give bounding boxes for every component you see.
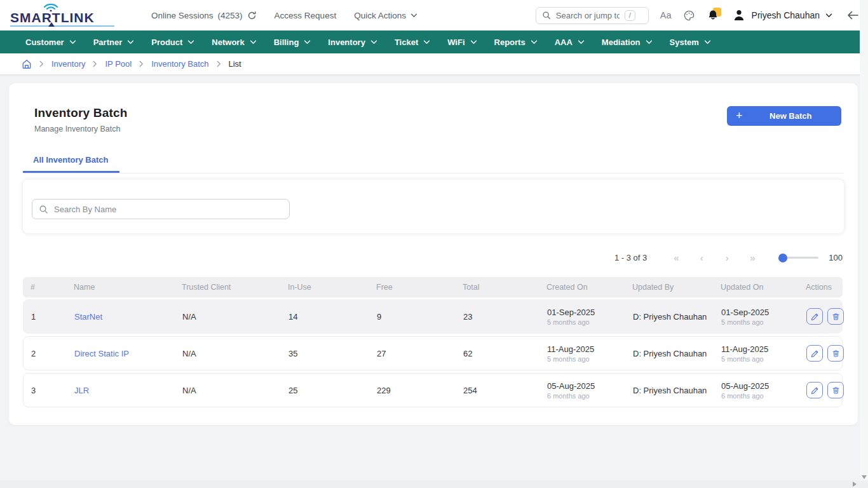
page-size-value: 100 xyxy=(829,253,843,262)
home-icon[interactable] xyxy=(22,59,32,69)
column-header: Updated By xyxy=(625,283,713,292)
nav-item-aaa[interactable]: AAA xyxy=(555,37,585,47)
main-nav: CustomerPartnerProductNetworkBillingInve… xyxy=(0,30,868,53)
chevron-down-icon xyxy=(423,40,430,44)
chevron-down-icon xyxy=(704,40,711,44)
cell-created-on: 11-Aug-20255 months ago xyxy=(539,344,625,363)
user-menu[interactable]: Priyesh Chauhan xyxy=(732,8,832,22)
edit-pencil-icon xyxy=(811,386,819,395)
cell-updated-on: 05-Aug-20256 months ago xyxy=(714,381,799,400)
search-by-name-input[interactable] xyxy=(54,205,283,214)
pagination: 1 - 3 of 3 « ‹ › » 100 xyxy=(23,252,843,263)
font-size-toggle[interactable]: Aa xyxy=(660,10,672,20)
refresh-icon[interactable] xyxy=(247,11,257,20)
cell-actions xyxy=(799,382,844,398)
chevron-down-icon xyxy=(646,40,653,44)
inventory-batch-card: Inventory Batch Manage Inventory Batch +… xyxy=(9,83,858,425)
edit-button[interactable] xyxy=(806,345,823,362)
vertical-scrollbar[interactable] xyxy=(860,0,868,480)
last-page-icon[interactable]: » xyxy=(740,252,765,263)
delete-button[interactable] xyxy=(827,345,844,362)
breadcrumb-link[interactable]: Inventory xyxy=(51,59,85,69)
nav-item-network[interactable]: Network xyxy=(212,37,256,47)
cell-trusted-client: N/A xyxy=(175,349,281,358)
nav-item-partner[interactable]: Partner xyxy=(93,37,135,47)
nav-item-product[interactable]: Product xyxy=(151,37,194,47)
logo-antenna xyxy=(48,22,55,27)
pagination-range: 1 - 3 of 3 xyxy=(614,253,647,262)
edit-pencil-icon xyxy=(811,349,819,358)
global-search-input[interactable] xyxy=(556,11,620,20)
notifications-bell-icon[interactable] xyxy=(707,8,721,22)
online-sessions-link[interactable]: Online Sessions (4253) xyxy=(151,11,257,20)
delete-trash-icon xyxy=(832,349,840,358)
cell-index: 2 xyxy=(24,349,67,358)
cell-free: 27 xyxy=(369,349,456,358)
chevron-down-icon xyxy=(370,40,377,44)
batch-name-link[interactable]: JLR xyxy=(74,386,89,395)
edit-button[interactable] xyxy=(806,382,823,398)
column-header: Actions xyxy=(798,283,843,292)
breadcrumb-items: InventoryIP PoolInventory BatchList xyxy=(39,59,241,69)
smartlink-logo[interactable]: SMARTLINK xyxy=(10,5,117,25)
search-by-name-field[interactable] xyxy=(32,199,290,219)
delete-button[interactable] xyxy=(827,308,844,325)
nav-item-wifi[interactable]: WiFi xyxy=(447,37,477,47)
nav-item-reports[interactable]: Reports xyxy=(494,37,538,47)
tab-bar: All Inventory Batch xyxy=(23,150,844,173)
online-sessions-label: Online Sessions xyxy=(151,11,214,20)
nav-item-mediation[interactable]: Mediation xyxy=(602,37,653,47)
prev-page-icon[interactable]: ‹ xyxy=(689,252,714,263)
top-bar: SMARTLINK Online Sessions (4253) Access … xyxy=(0,0,868,30)
cell-total: 23 xyxy=(456,312,539,322)
table-body: 1StarNetN/A1492301-Sep-20255 months agoD… xyxy=(23,299,843,407)
quick-actions-menu[interactable]: Quick Actions xyxy=(354,11,417,20)
access-request-link[interactable]: Access Request xyxy=(275,11,337,20)
slider-track[interactable] xyxy=(779,257,818,259)
edit-button[interactable] xyxy=(806,308,823,325)
cell-total: 62 xyxy=(456,349,539,358)
chevron-down-icon xyxy=(127,40,134,44)
back-arrow-icon[interactable] xyxy=(846,10,859,20)
next-page-icon[interactable]: › xyxy=(714,252,740,263)
chevron-down-icon xyxy=(531,40,538,44)
cell-total: 254 xyxy=(456,386,539,395)
slider-knob[interactable] xyxy=(778,254,787,262)
breadcrumb-link[interactable]: Inventory Batch xyxy=(151,59,208,69)
avatar-icon xyxy=(732,8,746,22)
nav-item-system[interactable]: System xyxy=(670,37,711,47)
horizontal-scrollbar[interactable] xyxy=(0,480,868,488)
scroll-right-arrow-icon[interactable] xyxy=(853,482,857,487)
chevron-down-icon xyxy=(578,40,585,44)
breadcrumb-link[interactable]: IP Pool xyxy=(105,59,132,69)
nav-item-ticket[interactable]: Ticket xyxy=(395,37,430,47)
batch-name-link[interactable]: Direct Static IP xyxy=(74,349,129,358)
first-page-icon[interactable]: « xyxy=(663,252,689,263)
cell-free: 9 xyxy=(369,312,456,322)
edit-pencil-icon xyxy=(811,313,819,321)
online-sessions-count: (4253) xyxy=(218,11,243,20)
cell-in-use: 35 xyxy=(281,349,369,358)
new-batch-button[interactable]: + New Batch xyxy=(727,106,841,126)
batch-name-link[interactable]: StarNet xyxy=(74,312,102,322)
theme-palette-icon[interactable] xyxy=(683,10,695,22)
tab-all-inventory-batch[interactable]: All Inventory Batch xyxy=(23,150,119,173)
chevron-down-icon xyxy=(69,40,76,44)
chevron-right-icon xyxy=(217,60,221,67)
column-header: Free xyxy=(369,283,455,292)
cell-trusted-client: N/A xyxy=(175,386,281,395)
breadcrumb-current: List xyxy=(229,59,241,69)
nav-item-billing[interactable]: Billing xyxy=(274,37,311,47)
global-search[interactable]: / xyxy=(536,7,649,24)
cell-updated-by: D: Priyesh Chauhan xyxy=(625,349,714,358)
scroll-down-arrow-icon[interactable] xyxy=(862,475,867,479)
page-size-slider[interactable] xyxy=(779,257,818,259)
cell-in-use: 25 xyxy=(281,386,369,395)
nav-item-inventory[interactable]: Inventory xyxy=(328,37,377,47)
chevron-right-icon xyxy=(93,60,97,67)
nav-item-customer[interactable]: Customer xyxy=(25,37,76,47)
chevron-right-icon xyxy=(139,60,144,67)
chevron-down-icon xyxy=(410,13,417,18)
column-header: Name xyxy=(66,283,174,292)
delete-button[interactable] xyxy=(827,382,844,398)
